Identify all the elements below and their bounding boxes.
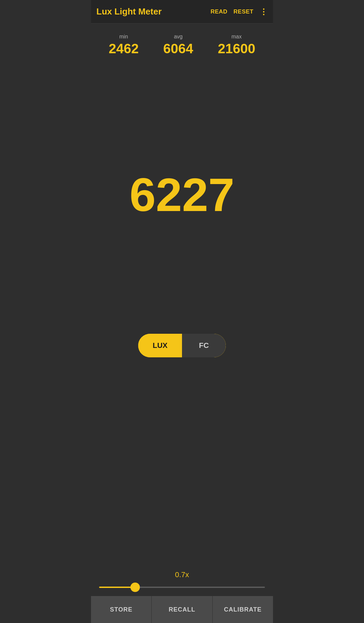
calibrate-button[interactable]: CALIBRATE — [213, 596, 273, 623]
recall-button[interactable]: RECALL — [152, 596, 212, 623]
max-label: max — [232, 34, 242, 40]
store-button[interactable]: STORE — [91, 596, 152, 623]
main-reading-value: 6227 — [129, 171, 234, 218]
main-content: min 2462 avg 6064 max 21600 6227 LUX FC … — [91, 24, 273, 596]
stats-row: min 2462 avg 6064 max 21600 — [96, 34, 268, 56]
unit-toggle[interactable]: LUX FC — [138, 334, 226, 357]
multiplier-value: 0.7x — [175, 570, 189, 579]
main-reading-container: 6227 — [96, 70, 268, 320]
bottom-bar: STORE RECALL CALIBRATE — [91, 596, 273, 623]
lux-unit-button[interactable]: LUX — [138, 334, 182, 357]
min-value: 2462 — [109, 41, 139, 56]
stat-avg: avg 6064 — [163, 34, 193, 56]
overflow-menu-button[interactable]: ⋮ — [260, 7, 268, 17]
multiplier-section: 0.7x — [96, 570, 268, 596]
app-title: Lux Light Meter — [96, 6, 211, 17]
fc-unit-button[interactable]: FC — [182, 334, 226, 357]
read-button[interactable]: READ — [211, 8, 228, 15]
stat-min: min 2462 — [109, 34, 139, 56]
app-bar-actions: READ RESET ⋮ — [211, 7, 268, 17]
max-value: 21600 — [218, 41, 255, 56]
avg-value: 6064 — [163, 41, 193, 56]
reset-button[interactable]: RESET — [234, 8, 253, 15]
app-bar: Lux Light Meter READ RESET ⋮ — [91, 0, 273, 24]
slider-container — [96, 583, 268, 589]
stat-max: max 21600 — [218, 34, 255, 56]
min-label: min — [119, 34, 128, 40]
avg-label: avg — [174, 34, 183, 40]
calibration-slider[interactable] — [99, 587, 265, 588]
